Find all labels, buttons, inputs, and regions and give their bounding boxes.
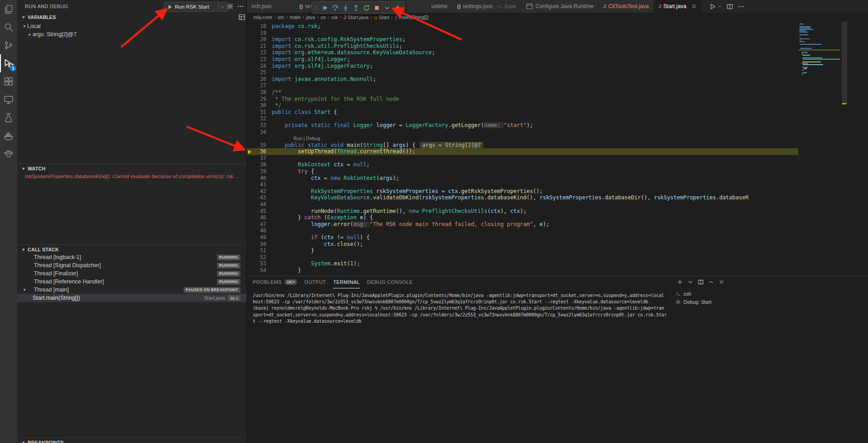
line-number[interactable]: 54 <box>252 267 266 274</box>
launch-config-chevron[interactable] <box>218 4 225 10</box>
close-icon[interactable] <box>691 3 697 9</box>
line-number[interactable]: 34 <box>252 129 266 136</box>
tab-nch-json[interactable]: nch.json <box>247 0 295 13</box>
scrollbar-slider[interactable] <box>842 22 847 104</box>
line-number[interactable]: 20 <box>252 36 266 43</box>
code-line-27[interactable]: 27 <box>247 82 798 89</box>
line-number[interactable]: 49 <box>252 234 266 241</box>
code-line-40[interactable]: 40 ctx = new RskContext(args); <box>247 175 798 182</box>
panel-tab-output[interactable]: OUTPUT <box>304 276 326 288</box>
code-line-46[interactable]: 46 } catch (Exception e) { <box>247 214 798 221</box>
activitybar-run-and-debug[interactable]: 1 <box>0 54 17 72</box>
code-line-39[interactable]: 39 try { <box>247 168 798 175</box>
call-stack-frame[interactable]: Start.main(String[])Start.java36:1 <box>17 294 246 302</box>
breadcrumb-item[interactable]: rsk <box>331 14 338 20</box>
line-number[interactable]: 43 <box>252 194 266 201</box>
line-number[interactable]: 47 <box>252 221 266 228</box>
line-number[interactable]: 19 <box>252 30 266 37</box>
split-icon[interactable] <box>698 279 704 285</box>
code-line-37[interactable]: 37 <box>247 155 798 162</box>
line-number[interactable]: 35 <box>252 142 266 149</box>
code-line-41[interactable]: 41 <box>247 181 798 188</box>
code-line-34[interactable]: 34 <box>247 129 798 136</box>
activitybar-testing[interactable] <box>0 108 17 127</box>
minimap[interactable] <box>798 22 840 276</box>
code-line-18[interactable]: 18package co.rsk; <box>247 23 798 30</box>
code-line-24[interactable]: 24import org.slf4j.LoggerFactory; <box>247 63 798 70</box>
drag-handle-icon[interactable] <box>314 4 319 11</box>
code-line-23[interactable]: 23import org.slf4j.Logger; <box>247 56 798 63</box>
activitybar-docker[interactable] <box>0 127 17 145</box>
stop-icon[interactable] <box>372 3 381 12</box>
line-number[interactable]: 50 <box>252 241 266 248</box>
activitybar-explorer[interactable] <box>0 0 17 18</box>
step-into-icon[interactable] <box>341 3 350 12</box>
code-line-44[interactable]: 44 <box>247 201 798 208</box>
call-stack-thread[interactable]: Thread [Finalizer]RUNNING <box>17 269 246 278</box>
step-out-icon[interactable] <box>351 3 360 12</box>
line-number[interactable]: 23 <box>252 56 266 63</box>
more-actions-icon[interactable] <box>237 3 244 10</box>
call-stack-thread[interactable]: ▾Thread [main]PAUSED ON BREAKPOINT <box>17 286 246 294</box>
line-number[interactable]: 44 <box>252 201 266 208</box>
breadcrumb-item[interactable]: co <box>321 14 326 20</box>
breadcrumb-item[interactable]: rskj-core <box>253 14 272 20</box>
code-line-38[interactable]: 38 RskContext ctx = null; <box>247 161 798 168</box>
gear-icon[interactable] <box>226 3 234 10</box>
code-line-50[interactable]: 50 ctx.close(); <box>247 241 798 248</box>
chevron-down-icon[interactable] <box>382 3 392 12</box>
close-icon[interactable] <box>718 279 725 285</box>
call-stack-thread[interactable]: Thread [logback-1]RUNNING <box>17 253 246 261</box>
variable-args[interactable]: ▸ args: String[2]@7 <box>17 30 246 38</box>
code-line-33[interactable]: 33 private static final Logger logger = … <box>247 122 798 129</box>
breadcrumb-item[interactable]: main <box>290 14 301 20</box>
activitybar-search[interactable] <box>0 18 17 36</box>
line-number[interactable]: 51 <box>252 247 266 254</box>
line-number[interactable]: 36 <box>252 148 266 155</box>
line-number[interactable]: 21 <box>252 43 266 50</box>
code-line-51[interactable]: 51 } <box>247 247 798 254</box>
code-line-20[interactable]: 20import co.rsk.config.RskSystemProperti… <box>247 36 798 43</box>
codelens-run-debug[interactable]: Run | Debug <box>293 136 320 141</box>
code-line-35[interactable]: 35 public static void main(String[] args… <box>247 142 798 149</box>
activitybar-extensions[interactable] <box>0 72 17 90</box>
chevron-down-icon[interactable] <box>687 279 693 285</box>
step-over-icon[interactable] <box>330 3 340 12</box>
line-number[interactable]: 31 <box>252 109 266 116</box>
activitybar-pets-extension[interactable] <box>0 145 17 163</box>
code-line-45[interactable]: 45 runNode(Runtime.getRuntime(), new Pre… <box>247 208 798 215</box>
line-number[interactable]: 46 <box>252 214 266 221</box>
code-line-53[interactable]: 53 System.exit(1); <box>247 260 798 267</box>
line-number[interactable]: 38 <box>252 161 266 168</box>
call-stack-thread[interactable]: Thread [Reference Handler]RUNNING <box>17 278 246 286</box>
breadcrumb-item[interactable]: src <box>278 14 284 20</box>
run-icon[interactable] <box>709 3 716 10</box>
code-line-54[interactable]: 54 } <box>247 267 798 274</box>
code-line-28[interactable]: 28/** <box>247 89 798 96</box>
tab-start-java[interactable]: JStart.java <box>654 0 702 13</box>
code-line-29[interactable]: 29 * The entrypoint for the RSK full nod… <box>247 96 798 103</box>
play-icon[interactable] <box>167 4 173 10</box>
tab-settings-json[interactable]: {}settings.json~/.../User <box>453 0 521 13</box>
line-number[interactable]: 32 <box>252 115 266 122</box>
code-line-43[interactable]: 43 KeyValueDataSource.validateDbKind(rsk… <box>247 194 798 201</box>
line-number[interactable]: 29 <box>252 96 266 103</box>
line-number[interactable]: 39 <box>252 168 266 175</box>
line-number[interactable]: 42 <box>252 188 266 195</box>
restart-icon[interactable] <box>362 3 371 12</box>
code-line-47[interactable]: 47 logger.error(msg: "The RSK node main … <box>247 221 798 228</box>
breadcrumb-item[interactable]: ◇Start <box>374 14 389 20</box>
line-number[interactable]: 24 <box>252 63 266 70</box>
line-number[interactable]: 26 <box>252 76 266 83</box>
line-number[interactable]: 45 <box>252 208 266 215</box>
breadcrumb-item[interactable]: java <box>306 14 315 20</box>
panel-layout-icon[interactable] <box>238 14 245 21</box>
line-number[interactable]: 25 <box>252 69 266 76</box>
terminal-list-item-debug-start[interactable]: Debug: Start <box>673 298 741 306</box>
line-number[interactable]: 52 <box>252 254 266 261</box>
activitybar-source-control[interactable] <box>0 36 17 54</box>
line-number[interactable]: 33 <box>252 122 266 129</box>
line-number[interactable]: 37 <box>252 155 266 162</box>
code-line-32[interactable]: 32 <box>247 115 798 122</box>
code-line-48[interactable]: 48 <box>247 227 798 234</box>
